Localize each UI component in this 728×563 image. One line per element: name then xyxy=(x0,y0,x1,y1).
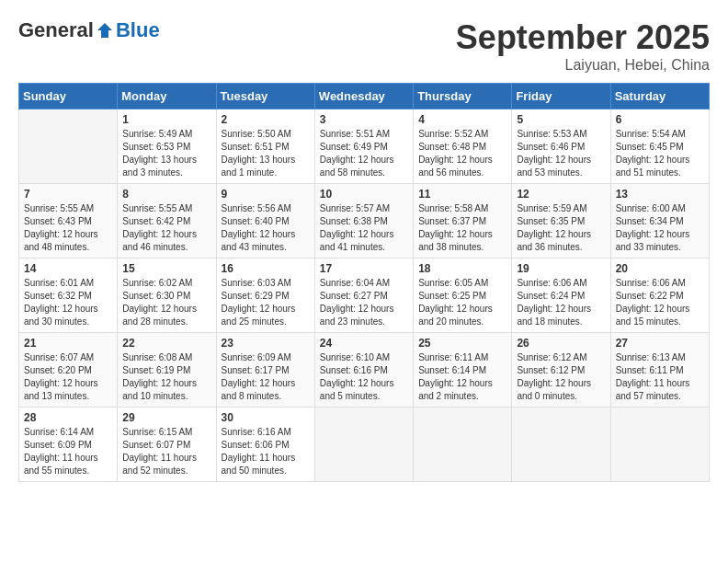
logo-general: General xyxy=(18,18,94,42)
day-info: Sunrise: 5:51 AM Sunset: 6:49 PM Dayligh… xyxy=(320,128,408,179)
calendar-cell: 30Sunrise: 6:16 AM Sunset: 6:06 PM Dayli… xyxy=(216,408,314,482)
day-number: 13 xyxy=(616,188,704,201)
day-number: 23 xyxy=(222,337,310,350)
day-info: Sunrise: 5:56 AM Sunset: 6:40 PM Dayligh… xyxy=(222,202,310,254)
day-info: Sunrise: 6:09 AM Sunset: 6:17 PM Dayligh… xyxy=(222,351,310,403)
day-info: Sunrise: 6:03 AM Sunset: 6:29 PM Dayligh… xyxy=(222,277,310,328)
calendar-week-row: 28Sunrise: 6:14 AM Sunset: 6:09 PM Dayli… xyxy=(19,408,710,482)
logo-blue: Blue xyxy=(116,18,160,42)
calendar-cell: 7Sunrise: 5:55 AM Sunset: 6:43 PM Daylig… xyxy=(19,184,118,259)
day-number: 30 xyxy=(222,411,310,424)
calendar-cell: 20Sunrise: 6:06 AM Sunset: 6:22 PM Dayli… xyxy=(610,259,709,333)
calendar-cell: 12Sunrise: 5:59 AM Sunset: 6:35 PM Dayli… xyxy=(512,184,610,259)
calendar-week-row: 21Sunrise: 6:07 AM Sunset: 6:20 PM Dayli… xyxy=(19,333,710,408)
day-info: Sunrise: 6:01 AM Sunset: 6:32 PM Dayligh… xyxy=(24,277,112,328)
calendar-cell: 24Sunrise: 6:10 AM Sunset: 6:16 PM Dayli… xyxy=(314,333,413,408)
calendar-table: SundayMondayTuesdayWednesdayThursdayFrid… xyxy=(18,83,710,482)
day-number: 22 xyxy=(122,337,210,350)
day-number: 28 xyxy=(24,411,112,424)
day-info: Sunrise: 6:13 AM Sunset: 6:11 PM Dayligh… xyxy=(616,351,704,403)
title-block: September 2025 Laiyuan, Hebei, China xyxy=(456,18,710,74)
day-number: 3 xyxy=(320,113,408,126)
calendar-header-monday: Monday xyxy=(118,84,216,109)
day-info: Sunrise: 6:14 AM Sunset: 6:09 PM Dayligh… xyxy=(24,426,112,477)
calendar-cell: 14Sunrise: 6:01 AM Sunset: 6:32 PM Dayli… xyxy=(19,259,118,333)
day-info: Sunrise: 5:53 AM Sunset: 6:46 PM Dayligh… xyxy=(517,128,605,179)
month-title: September 2025 xyxy=(456,18,710,57)
calendar-cell: 26Sunrise: 6:12 AM Sunset: 6:12 PM Dayli… xyxy=(512,333,610,408)
day-number: 9 xyxy=(222,188,310,201)
calendar-cell: 17Sunrise: 6:04 AM Sunset: 6:27 PM Dayli… xyxy=(314,259,413,333)
logo: General Blue xyxy=(18,18,160,42)
calendar-header-sunday: Sunday xyxy=(19,84,118,109)
day-info: Sunrise: 6:06 AM Sunset: 6:24 PM Dayligh… xyxy=(517,277,605,328)
calendar-cell: 19Sunrise: 6:06 AM Sunset: 6:24 PM Dayli… xyxy=(512,259,610,333)
day-number: 5 xyxy=(517,113,605,126)
day-number: 24 xyxy=(320,337,408,350)
day-info: Sunrise: 5:52 AM Sunset: 6:48 PM Dayligh… xyxy=(418,128,506,179)
day-number: 14 xyxy=(24,262,112,275)
day-info: Sunrise: 6:11 AM Sunset: 6:14 PM Dayligh… xyxy=(418,351,506,403)
calendar-cell: 1Sunrise: 5:49 AM Sunset: 6:53 PM Daylig… xyxy=(118,109,216,184)
day-number: 2 xyxy=(222,113,310,126)
day-number: 25 xyxy=(418,337,506,350)
day-info: Sunrise: 6:07 AM Sunset: 6:20 PM Dayligh… xyxy=(24,351,112,403)
day-number: 7 xyxy=(24,188,112,201)
day-info: Sunrise: 5:55 AM Sunset: 6:42 PM Dayligh… xyxy=(122,202,210,254)
calendar-header-friday: Friday xyxy=(512,84,610,109)
calendar-cell xyxy=(19,109,118,184)
calendar-header-row: SundayMondayTuesdayWednesdayThursdayFrid… xyxy=(19,84,710,109)
logo-icon xyxy=(96,21,114,40)
calendar-cell: 3Sunrise: 5:51 AM Sunset: 6:49 PM Daylig… xyxy=(314,109,413,184)
day-info: Sunrise: 6:12 AM Sunset: 6:12 PM Dayligh… xyxy=(517,351,605,403)
calendar-header-wednesday: Wednesday xyxy=(314,84,413,109)
calendar-cell xyxy=(512,408,610,482)
day-number: 4 xyxy=(418,113,506,126)
day-number: 1 xyxy=(122,113,210,126)
calendar-cell: 9Sunrise: 5:56 AM Sunset: 6:40 PM Daylig… xyxy=(216,184,314,259)
day-number: 12 xyxy=(517,188,605,201)
calendar-cell: 6Sunrise: 5:54 AM Sunset: 6:45 PM Daylig… xyxy=(610,109,709,184)
day-number: 15 xyxy=(122,262,210,275)
calendar-cell: 21Sunrise: 6:07 AM Sunset: 6:20 PM Dayli… xyxy=(19,333,118,408)
day-number: 21 xyxy=(24,337,112,350)
day-info: Sunrise: 6:10 AM Sunset: 6:16 PM Dayligh… xyxy=(320,351,408,403)
calendar-header-saturday: Saturday xyxy=(610,84,709,109)
day-info: Sunrise: 5:49 AM Sunset: 6:53 PM Dayligh… xyxy=(122,128,210,179)
day-number: 8 xyxy=(122,188,210,201)
day-info: Sunrise: 6:06 AM Sunset: 6:22 PM Dayligh… xyxy=(616,277,704,328)
day-info: Sunrise: 6:08 AM Sunset: 6:19 PM Dayligh… xyxy=(122,351,210,403)
calendar-cell xyxy=(314,408,413,482)
day-number: 18 xyxy=(418,262,506,275)
day-info: Sunrise: 5:50 AM Sunset: 6:51 PM Dayligh… xyxy=(222,128,310,179)
day-info: Sunrise: 6:05 AM Sunset: 6:25 PM Dayligh… xyxy=(418,277,506,328)
calendar-cell: 28Sunrise: 6:14 AM Sunset: 6:09 PM Dayli… xyxy=(19,408,118,482)
calendar-cell: 18Sunrise: 6:05 AM Sunset: 6:25 PM Dayli… xyxy=(414,259,512,333)
day-info: Sunrise: 5:57 AM Sunset: 6:38 PM Dayligh… xyxy=(320,202,408,254)
day-number: 17 xyxy=(320,262,408,275)
calendar-week-row: 14Sunrise: 6:01 AM Sunset: 6:32 PM Dayli… xyxy=(19,259,710,333)
calendar-cell: 27Sunrise: 6:13 AM Sunset: 6:11 PM Dayli… xyxy=(610,333,709,408)
day-info: Sunrise: 5:55 AM Sunset: 6:43 PM Dayligh… xyxy=(24,202,112,254)
calendar-cell: 22Sunrise: 6:08 AM Sunset: 6:19 PM Dayli… xyxy=(118,333,216,408)
day-info: Sunrise: 6:02 AM Sunset: 6:30 PM Dayligh… xyxy=(122,277,210,328)
location-subtitle: Laiyuan, Hebei, China xyxy=(456,57,710,74)
calendar-header-tuesday: Tuesday xyxy=(216,84,314,109)
calendar-cell: 25Sunrise: 6:11 AM Sunset: 6:14 PM Dayli… xyxy=(414,333,512,408)
calendar-cell: 15Sunrise: 6:02 AM Sunset: 6:30 PM Dayli… xyxy=(118,259,216,333)
day-number: 26 xyxy=(517,337,605,350)
calendar-week-row: 1Sunrise: 5:49 AM Sunset: 6:53 PM Daylig… xyxy=(19,109,710,184)
calendar-cell xyxy=(414,408,512,482)
calendar-cell: 16Sunrise: 6:03 AM Sunset: 6:29 PM Dayli… xyxy=(216,259,314,333)
calendar-cell: 13Sunrise: 6:00 AM Sunset: 6:34 PM Dayli… xyxy=(610,184,709,259)
calendar-cell: 8Sunrise: 5:55 AM Sunset: 6:42 PM Daylig… xyxy=(118,184,216,259)
day-number: 19 xyxy=(517,262,605,275)
calendar-cell: 10Sunrise: 5:57 AM Sunset: 6:38 PM Dayli… xyxy=(314,184,413,259)
day-info: Sunrise: 5:59 AM Sunset: 6:35 PM Dayligh… xyxy=(517,202,605,254)
day-number: 16 xyxy=(222,262,310,275)
calendar-cell: 2Sunrise: 5:50 AM Sunset: 6:51 PM Daylig… xyxy=(216,109,314,184)
page-header: General Blue September 2025 Laiyuan, Heb… xyxy=(18,18,710,74)
day-info: Sunrise: 6:16 AM Sunset: 6:06 PM Dayligh… xyxy=(222,426,310,477)
day-info: Sunrise: 5:58 AM Sunset: 6:37 PM Dayligh… xyxy=(418,202,506,254)
calendar-cell: 11Sunrise: 5:58 AM Sunset: 6:37 PM Dayli… xyxy=(414,184,512,259)
